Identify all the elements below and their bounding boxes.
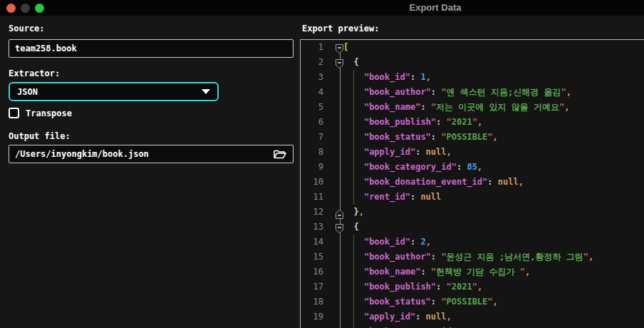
transpose-label: Transpose (26, 108, 72, 118)
code-line: 20 "book_category_id": 85, (301, 324, 644, 328)
code-line: 6 "book_publish": "2021", (301, 115, 644, 130)
line-number: 19 (301, 309, 325, 324)
indent-guide (353, 115, 354, 130)
source-value: team258.book (15, 43, 77, 53)
code-text: { (342, 220, 359, 235)
title-bar: Export Data (0, 0, 644, 16)
line-number: 3 (301, 70, 325, 85)
code-line: 19 "apply_id": null, (301, 309, 644, 324)
code-line: 16 "book_name": "헌책방 기담 수집가 ", (301, 265, 644, 280)
code-line: 15 "book_author": "윤성근 지음 ;남서연,황정하 그림", (301, 250, 644, 265)
code-line: 12 }, (301, 205, 644, 220)
code-line: 14 "book_id": 2, (301, 235, 644, 250)
indent-guide (353, 265, 354, 280)
code-text: "book_author": "윤성근 지음 ;남서연,황정하 그림", (342, 250, 593, 265)
indent-guide (353, 160, 354, 175)
code-text: }, (342, 205, 364, 220)
fold-margin (325, 70, 342, 85)
indent-guide (353, 70, 354, 85)
fold-margin (325, 160, 342, 175)
export-preview-label: Export preview: (302, 24, 379, 34)
line-number: 10 (301, 175, 325, 190)
code-text: "book_publish": "2021", (342, 280, 482, 294)
code-line: 1[ (301, 40, 644, 55)
chevron-down-icon (202, 89, 210, 94)
code-text: "book_name": "헌책방 기담 수집가 ", (342, 265, 530, 280)
fold-margin (325, 190, 342, 205)
line-number: 4 (301, 85, 325, 100)
output-file-label: Output file: (9, 131, 71, 141)
indent-guide (353, 280, 354, 294)
line-number: 5 (301, 100, 325, 115)
fold-margin (325, 40, 342, 55)
fold-margin (325, 324, 342, 328)
open-folder-icon (274, 149, 286, 159)
fold-margin (325, 85, 342, 100)
code-line: 2 { (301, 55, 644, 70)
line-number: 12 (301, 205, 325, 220)
indent-guide (353, 250, 354, 265)
fold-margin (325, 100, 342, 115)
code-text: "apply_id": null, (342, 145, 452, 160)
indent-guide (353, 100, 354, 115)
fold-margin (325, 220, 342, 235)
code-lines: 1[2 {3 "book_id": 1,4 "book_author": "앤 … (301, 40, 644, 328)
code-line: 9 "book_category_id": 85, (301, 160, 644, 175)
line-number: 11 (301, 190, 325, 205)
fold-margin (325, 280, 342, 294)
fold-margin (325, 250, 342, 265)
code-text: "book_category_id": 85, (342, 324, 482, 328)
zoom-window-button[interactable] (35, 4, 44, 13)
browse-output-button[interactable] (273, 148, 287, 160)
line-number: 13 (301, 220, 325, 235)
fold-margin (325, 55, 342, 70)
code-text: "book_author": "앤 섹스턴 지음;신해경 옮김", (342, 85, 571, 100)
fold-margin (325, 265, 342, 280)
fold-margin (325, 130, 342, 145)
code-line: 4 "book_author": "앤 섹스턴 지음;신해경 옮김", (301, 85, 644, 100)
extractor-label: Extractor: (9, 68, 60, 78)
indent-guide (353, 85, 354, 100)
code-line: 17 "book_publish": "2021", (301, 280, 644, 294)
source-label: Source: (9, 24, 45, 34)
line-number: 9 (301, 160, 325, 175)
source-input[interactable]: team258.book (9, 39, 294, 58)
indent-guide (353, 175, 354, 190)
code-text: "book_name": "저는 이곳에 있지 않을 거예요", (342, 100, 569, 115)
close-window-button[interactable] (6, 4, 16, 13)
output-file-value: /Users/inyongkim/book.json (15, 149, 273, 159)
code-line: 11 "rent_id": null (301, 190, 644, 205)
line-number: 8 (301, 145, 325, 160)
code-line: 3 "book_id": 1, (301, 70, 644, 85)
code-text: "book_status": "POSSIBLE", (342, 130, 498, 145)
extractor-dropdown[interactable]: JSON (9, 82, 219, 101)
extractor-selected-value: JSON (17, 87, 202, 97)
code-text: { (342, 55, 359, 70)
code-line: 13 { (301, 220, 644, 235)
minimize-window-button[interactable] (21, 4, 30, 13)
line-number: 7 (301, 130, 325, 145)
fold-margin (325, 175, 342, 190)
code-preview-area[interactable]: 1[2 {3 "book_id": 1,4 "book_author": "앤 … (300, 39, 644, 328)
code-line: 18 "book_status": "POSSIBLE", (301, 294, 644, 309)
code-line: 7 "book_status": "POSSIBLE", (301, 130, 644, 145)
code-text: "book_donation_event_id": null, (342, 175, 524, 190)
indent-guide (353, 294, 354, 309)
indent-guide (353, 309, 354, 324)
indent-guide (353, 130, 354, 145)
fold-margin (325, 205, 342, 220)
line-number: 6 (301, 115, 325, 130)
code-line: 10 "book_donation_event_id": null, (301, 175, 644, 190)
output-file-input[interactable]: /Users/inyongkim/book.json (9, 145, 294, 163)
code-line: 8 "apply_id": null, (301, 145, 644, 160)
line-number: 20 (301, 324, 325, 328)
code-text: "apply_id": null, (342, 309, 452, 324)
fold-margin (325, 294, 342, 309)
fold-margin (325, 145, 342, 160)
line-number: 18 (301, 294, 325, 309)
fold-margin (325, 235, 342, 250)
line-number: 1 (301, 40, 325, 55)
transpose-checkbox[interactable] (9, 108, 19, 118)
code-line: 5 "book_name": "저는 이곳에 있지 않을 거예요", (301, 100, 644, 115)
code-text: "book_category_id": 85, (342, 160, 482, 175)
